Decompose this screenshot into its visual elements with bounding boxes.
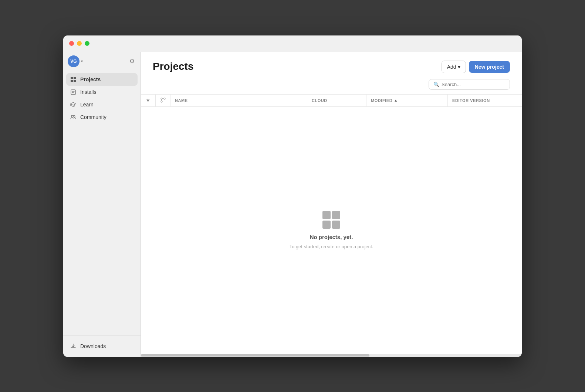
header-actions: Add ▾ New project [442, 61, 510, 73]
avatar: VG [68, 55, 80, 67]
svg-rect-3 [74, 80, 76, 82]
svg-rect-0 [71, 77, 73, 79]
new-project-button[interactable]: New project [469, 61, 510, 73]
sidebar-item-label-projects: Projects [80, 76, 101, 82]
search-icon: 🔍 [433, 82, 439, 87]
empty-square-4 [332, 221, 340, 229]
app-window: VG ▾ ⚙ Projects [63, 35, 522, 357]
page-title: Projects [153, 61, 194, 72]
sidebar-nav: Projects Installs [63, 72, 141, 335]
sidebar-top: VG ▾ ⚙ [63, 52, 141, 72]
table-header: ★ NAME [141, 94, 522, 107]
search-box: 🔍 [429, 79, 510, 90]
sidebar-item-community[interactable]: Community [66, 111, 138, 123]
chevron-down-icon: ▾ [458, 64, 460, 70]
empty-square-2 [332, 211, 340, 219]
sidebar-item-label-learn: Learn [80, 102, 94, 108]
sidebar-item-label-community: Community [80, 114, 106, 120]
th-name-label: NAME [175, 98, 188, 103]
star-icon: ★ [146, 98, 150, 103]
sidebar-item-learn[interactable]: Learn [66, 98, 138, 111]
titlebar [63, 35, 522, 52]
downloads-label: Downloads [80, 343, 106, 349]
scrollbar-thumb [141, 354, 369, 357]
table-body: No projects, yet. To get started, create… [141, 107, 522, 354]
grid-icon [70, 76, 77, 83]
svg-rect-1 [74, 77, 76, 79]
settings-button[interactable]: ⚙ [128, 56, 136, 66]
empty-square-3 [322, 221, 331, 229]
th-modified[interactable]: MODIFIED ▲ [366, 95, 448, 106]
main-header: Projects Add ▾ New project [141, 52, 522, 73]
sidebar: VG ▾ ⚙ Projects [63, 52, 141, 357]
user-area[interactable]: VG ▾ [68, 55, 83, 67]
downloads-icon [70, 343, 77, 350]
search-area: 🔍 [141, 73, 522, 94]
close-button[interactable] [69, 41, 74, 46]
chevron-down-icon: ▾ [81, 59, 83, 63]
svg-point-11 [164, 98, 165, 99]
empty-square-1 [322, 211, 331, 219]
minimize-button[interactable] [77, 41, 82, 46]
scrollbar[interactable] [141, 354, 522, 357]
add-button-label: Add [447, 64, 456, 70]
traffic-lights [69, 41, 89, 46]
add-button[interactable]: Add ▾ [442, 61, 466, 73]
app-body: VG ▾ ⚙ Projects [63, 52, 522, 357]
th-branch[interactable] [156, 95, 170, 106]
learn-icon [70, 101, 77, 108]
svg-point-10 [161, 101, 162, 102]
branch-icon [160, 98, 166, 103]
community-icon [70, 114, 77, 120]
th-cloud-label: CLOUD [312, 98, 327, 103]
installs-icon [70, 89, 77, 95]
th-modified-label: MODIFIED [371, 98, 392, 103]
th-cloud[interactable]: CLOUD [307, 95, 366, 106]
empty-state-subtitle: To get started, create or open a project… [290, 244, 373, 249]
svg-point-7 [71, 115, 73, 117]
main-content: Projects Add ▾ New project 🔍 ★ [141, 52, 522, 357]
empty-icon [322, 211, 340, 229]
empty-state: No projects, yet. To get started, create… [290, 211, 373, 249]
sidebar-item-label-installs: Installs [80, 89, 97, 95]
svg-rect-2 [71, 80, 73, 82]
sidebar-bottom: Downloads [63, 335, 141, 357]
sidebar-item-installs[interactable]: Installs [66, 86, 138, 98]
th-name[interactable]: NAME [170, 95, 307, 106]
search-input[interactable] [442, 82, 505, 87]
sort-asc-icon: ▲ [394, 98, 398, 102]
sidebar-item-projects[interactable]: Projects [66, 73, 138, 86]
th-editor-version[interactable]: EDITOR VERSION [448, 95, 522, 106]
svg-point-8 [73, 115, 75, 117]
downloads-item[interactable]: Downloads [66, 340, 138, 352]
empty-state-title: No projects, yet. [310, 234, 353, 240]
th-star[interactable]: ★ [141, 95, 156, 106]
maximize-button[interactable] [85, 41, 89, 46]
th-editor-version-label: EDITOR VERSION [452, 98, 490, 103]
